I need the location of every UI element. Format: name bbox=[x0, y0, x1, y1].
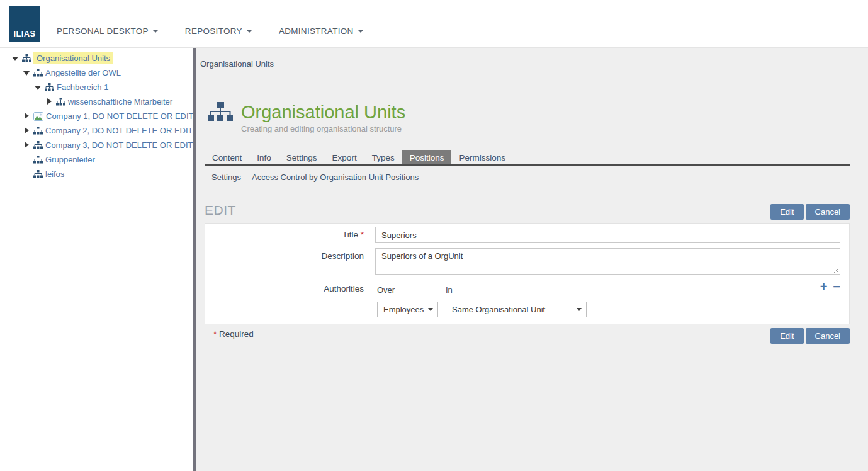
breadcrumb[interactable]: Organisational Units bbox=[200, 59, 274, 69]
edit-form: Title * Description Superiors of a OrgUn… bbox=[205, 223, 850, 324]
tab-positions[interactable]: Positions bbox=[402, 150, 452, 164]
menu-label: REPOSITORY bbox=[185, 26, 242, 36]
tree-item: Company 1, DO NOT DELETE OR EDIT!!! bbox=[0, 109, 193, 123]
authority-row-actions: + − bbox=[820, 280, 840, 293]
subtab-bar: Settings Access Control by Organisation … bbox=[211, 173, 419, 182]
orgunit-icon bbox=[33, 141, 43, 149]
tree-item: Angestellte der OWL bbox=[0, 65, 193, 80]
expand-icon[interactable] bbox=[23, 141, 33, 150]
page-header-text: Organisational Units Creating and editin… bbox=[241, 102, 405, 133]
expander-spacer bbox=[23, 170, 33, 179]
over-select-value: Employees bbox=[383, 305, 424, 314]
main-menu: PERSONAL DESKTOP REPOSITORY ADMINISTRATI… bbox=[57, 26, 363, 36]
tree-item: Gruppenleiter bbox=[0, 152, 193, 167]
tree-item: wissenschaftliche Mitarbeiter bbox=[0, 94, 193, 109]
tree-item-link[interactable]: Company 3, DO NOT DELETE OR EDIT!!! bbox=[45, 140, 193, 150]
tree-item-link[interactable]: wissenschaftliche Mitarbeiter bbox=[68, 97, 172, 106]
cancel-button[interactable]: Cancel bbox=[806, 328, 850, 344]
ilias-logo[interactable]: ILIAS bbox=[9, 6, 40, 42]
select-caret-icon bbox=[428, 308, 433, 311]
form-buttons-bottom: Edit Cancel bbox=[770, 328, 850, 344]
tab-content[interactable]: Content bbox=[205, 150, 249, 164]
menu-personal-desktop[interactable]: PERSONAL DESKTOP bbox=[57, 26, 158, 36]
collapse-icon[interactable] bbox=[23, 69, 33, 77]
orgunit-icon bbox=[22, 54, 31, 62]
orgunit-icon bbox=[33, 156, 43, 164]
page-header: Organisational Units Creating and editin… bbox=[208, 102, 405, 133]
edit-button[interactable]: Edit bbox=[770, 328, 803, 344]
required-note-text: Required bbox=[219, 329, 254, 339]
select-caret-icon bbox=[577, 308, 582, 311]
tree-item-link[interactable]: leifos bbox=[45, 169, 64, 179]
expand-icon[interactable] bbox=[45, 98, 56, 106]
top-bar: ILIAS PERSONAL DESKTOP REPOSITORY ADMINI… bbox=[0, 0, 868, 48]
over-column-label: Over bbox=[377, 285, 395, 295]
description-label: Description bbox=[205, 251, 364, 261]
title-input[interactable] bbox=[375, 227, 840, 243]
required-note: * Required bbox=[213, 329, 254, 339]
form-section-title: EDIT bbox=[205, 203, 236, 218]
menu-label: ADMINISTRATION bbox=[279, 26, 354, 36]
tab-bar: Content Info Settings Export Types Posit… bbox=[205, 150, 850, 166]
menu-label: PERSONAL DESKTOP bbox=[57, 26, 149, 36]
subtab-access-control[interactable]: Access Control by Organisation Unit Posi… bbox=[252, 173, 419, 182]
edit-button[interactable]: Edit bbox=[770, 204, 803, 220]
page-title: Organisational Units bbox=[241, 102, 405, 122]
menu-repository[interactable]: REPOSITORY bbox=[185, 26, 252, 36]
tree-item: Company 3, DO NOT DELETE OR EDIT!!! bbox=[0, 138, 193, 152]
tab-types[interactable]: Types bbox=[364, 150, 402, 164]
orgunit-icon bbox=[56, 98, 65, 106]
tree-item: Organisational Units bbox=[0, 51, 193, 65]
remove-authority-icon[interactable]: − bbox=[833, 280, 840, 293]
tree-sidebar: Organisational Units Angestellte der OWL… bbox=[0, 48, 193, 471]
tab-export[interactable]: Export bbox=[325, 150, 364, 164]
in-column-label: In bbox=[446, 285, 453, 295]
required-asterisk: * bbox=[361, 230, 364, 239]
ilias-logo-text: ILIAS bbox=[9, 29, 40, 38]
title-label-text: Title bbox=[342, 230, 358, 239]
orgunit-icon bbox=[45, 83, 54, 91]
orgunit-tree: Organisational Units Angestellte der OWL… bbox=[0, 48, 193, 181]
title-label: Title * bbox=[205, 230, 364, 239]
in-select-value: Same Organisational Unit bbox=[452, 305, 545, 314]
authorities-label: Authorities bbox=[205, 284, 364, 293]
chevron-down-icon bbox=[247, 30, 252, 33]
expand-icon[interactable] bbox=[23, 127, 33, 135]
main-content: Organisational Units Organisational Unit… bbox=[196, 48, 868, 471]
form-buttons-top: Edit Cancel bbox=[770, 204, 850, 220]
tree-item-link[interactable]: Angestellte der OWL bbox=[45, 68, 121, 77]
add-authority-icon[interactable]: + bbox=[820, 280, 828, 293]
category-icon bbox=[33, 112, 43, 121]
tab-settings[interactable]: Settings bbox=[279, 150, 325, 164]
in-select[interactable]: Same Organisational Unit bbox=[446, 302, 587, 317]
tree-item: Fachbereich 1 bbox=[0, 80, 193, 94]
chevron-down-icon bbox=[153, 30, 158, 33]
menu-administration[interactable]: ADMINISTRATION bbox=[279, 26, 363, 36]
orgunit-icon bbox=[33, 127, 43, 135]
tree-item-link[interactable]: Organisational Units bbox=[33, 52, 113, 64]
expand-icon[interactable] bbox=[23, 112, 33, 121]
tree-item-link[interactable]: Fachbereich 1 bbox=[57, 82, 108, 92]
tree-item: leifos bbox=[0, 167, 193, 181]
cancel-button[interactable]: Cancel bbox=[806, 204, 850, 220]
page-subtitle: Creating and editing organisational stru… bbox=[241, 124, 405, 133]
orgunit-icon bbox=[33, 170, 43, 178]
expander-spacer bbox=[23, 156, 33, 164]
tree-item-link[interactable]: Company 1, DO NOT DELETE OR EDIT!!! bbox=[46, 111, 193, 121]
over-select[interactable]: Employees bbox=[377, 302, 438, 317]
tab-info[interactable]: Info bbox=[249, 150, 279, 164]
collapse-icon[interactable] bbox=[11, 54, 22, 63]
orgunit-header-icon bbox=[208, 102, 233, 123]
description-textarea[interactable]: Superiors of a OrgUnit bbox=[375, 248, 840, 275]
tree-item-link[interactable]: Gruppenleiter bbox=[45, 155, 95, 164]
subtab-settings[interactable]: Settings bbox=[211, 173, 241, 182]
tab-permissions[interactable]: Permissions bbox=[451, 150, 513, 164]
orgunit-icon bbox=[33, 69, 43, 77]
collapse-icon[interactable] bbox=[34, 83, 45, 92]
chevron-down-icon bbox=[358, 30, 363, 33]
required-asterisk: * bbox=[213, 329, 217, 339]
tree-item-link[interactable]: Company 2, DO NOT DELETE OR EDIT!!! bbox=[45, 126, 193, 135]
tree-item: Company 2, DO NOT DELETE OR EDIT!!! bbox=[0, 123, 193, 138]
